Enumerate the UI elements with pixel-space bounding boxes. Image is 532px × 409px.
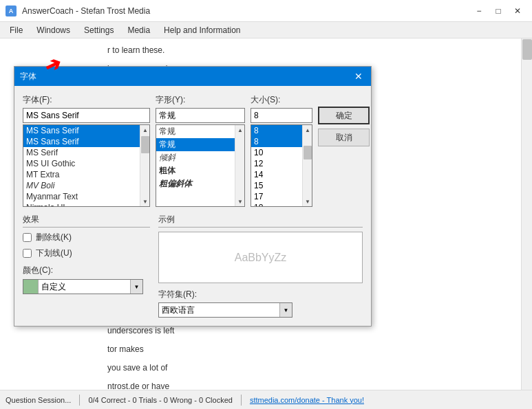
font-style-list[interactable]: 常规 常规 倾斜 粗体 粗偏斜体 ▲ ▼ xyxy=(156,124,245,207)
ok-button[interactable]: 确定 xyxy=(318,107,370,124)
underline-label: 下划线(U) xyxy=(36,247,72,259)
list-item[interactable]: MV Boli xyxy=(23,180,140,191)
list-item[interactable]: 8 xyxy=(251,125,302,136)
charset-label: 字符集(R): xyxy=(158,289,363,300)
main-area: r to learn these. ion as answered ur lea… xyxy=(0,38,532,390)
underline-checkbox[interactable] xyxy=(23,249,32,258)
scrollbar-thumb[interactable] xyxy=(522,39,532,60)
close-button[interactable]: ✕ xyxy=(509,4,526,18)
charset-value: 西欧语言 xyxy=(159,305,279,316)
font-size-list[interactable]: 8 8 10 12 14 15 17 18 ▲ ▼ xyxy=(251,124,312,207)
window-controls: − □ ✕ xyxy=(470,4,526,18)
charset-dropdown[interactable]: 西欧语言 ▼ xyxy=(158,302,292,318)
charset-dropdown-arrow[interactable]: ▼ xyxy=(279,303,292,317)
list-item[interactable]: 14 xyxy=(251,169,302,180)
help-para-17: tor makes xyxy=(107,343,507,356)
scrollbar[interactable] xyxy=(521,38,532,390)
status-donate[interactable]: sttmedia.com/donate - Thank you! xyxy=(250,396,364,404)
preview-box: AaBbYyZz xyxy=(158,232,363,283)
list-item[interactable]: MS Serif xyxy=(23,147,140,158)
help-para-19: ntrost.de or have xyxy=(107,380,507,390)
color-dropdown-arrow[interactable]: ▼ xyxy=(130,280,142,294)
list-item[interactable]: 常规 xyxy=(156,125,235,138)
list-item[interactable]: Nirmala UI xyxy=(23,202,140,206)
menu-file[interactable]: File xyxy=(3,23,30,38)
minimize-button[interactable]: − xyxy=(470,4,488,18)
font-name-label: 字体(F): xyxy=(23,94,150,106)
list-item[interactable]: 12 xyxy=(251,158,302,169)
dialog-title: 字体 xyxy=(20,71,36,82)
maximize-button[interactable]: □ xyxy=(489,4,507,18)
dialog-actions: 确定 取消 xyxy=(318,94,370,207)
font-dialog: 字体 ✕ 字体(F): MS Sans Serif MS Sans Serif … xyxy=(14,66,372,327)
color-label: 颜色(C): xyxy=(23,265,150,276)
cancel-button[interactable]: 取消 xyxy=(318,129,370,146)
help-para-18: you save a lot of xyxy=(107,362,507,375)
app-icon: A xyxy=(6,5,17,16)
status-score: 0/4 Correct - 0 Trials - 0 Wrong - 0 Clo… xyxy=(88,396,232,404)
font-style-column: 字形(Y): 常规 常规 常规 倾斜 粗体 粗偏斜体 ▲ ▼ xyxy=(156,94,245,207)
menu-media[interactable]: Media xyxy=(120,23,157,38)
list-item[interactable]: 粗体 xyxy=(156,164,235,177)
font-size-label: 大小(S): xyxy=(251,94,312,106)
list-item[interactable]: MS Sans Serif xyxy=(23,136,140,147)
menu-windows[interactable]: Windows xyxy=(30,23,77,38)
color-swatch xyxy=(23,280,39,294)
menu-settings[interactable]: Settings xyxy=(77,23,120,38)
menu-help[interactable]: Help and Information xyxy=(157,23,247,38)
list-item[interactable]: 粗偏斜体 xyxy=(156,177,235,190)
list-item[interactable]: MS Sans Serif xyxy=(23,125,140,136)
strikeout-label: 删除线(K) xyxy=(36,232,72,243)
list-item[interactable]: 10 xyxy=(251,147,302,158)
list-item[interactable]: Myanmar Text xyxy=(23,191,140,202)
font-size-column: 大小(S): 8 8 8 10 12 14 15 17 18 xyxy=(251,94,312,207)
color-value: 自定义 xyxy=(39,281,130,293)
charset-section: 字符集(R): 西欧语言 ▼ xyxy=(158,289,363,318)
color-dropdown[interactable]: 自定义 ▼ xyxy=(23,279,143,294)
strikeout-checkbox[interactable] xyxy=(23,233,32,242)
font-name-column: 字体(F): MS Sans Serif MS Sans Serif MS Sa… xyxy=(23,94,150,207)
status-session: Question Session... xyxy=(6,396,71,404)
font-style-input[interactable]: 常规 xyxy=(156,108,245,123)
list-item[interactable]: 倾斜 xyxy=(156,151,235,164)
status-bar: Question Session... 0/4 Correct - 0 Tria… xyxy=(0,390,532,409)
list-item[interactable]: 17 xyxy=(251,191,302,202)
dialog-titlebar: 字体 ✕ xyxy=(14,67,371,86)
font-style-label: 字形(Y): xyxy=(156,94,245,106)
status-divider-2 xyxy=(241,395,242,406)
preview-column: 示例 AaBbYyZz 字符集(R): 西欧语言 ▼ xyxy=(158,214,363,318)
title-bar: A AnswerCoach - Stefan Trost Media − □ ✕ xyxy=(0,0,532,22)
font-size-input[interactable]: 8 xyxy=(251,108,312,123)
font-name-input[interactable]: MS Sans Serif xyxy=(23,108,150,123)
list-item[interactable]: 15 xyxy=(251,180,302,191)
list-item[interactable]: 18 xyxy=(251,202,302,206)
dialog-close-button[interactable]: ✕ xyxy=(352,70,365,82)
list-item[interactable]: MS UI Gothic xyxy=(23,158,140,169)
effects-column: 效果 删除线(K) 下划线(U) 颜色(C): 自定义 xyxy=(23,214,150,318)
list-item[interactable]: MT Extra xyxy=(23,169,140,180)
help-para-1: r to learn these. xyxy=(107,44,507,57)
menu-bar: File Windows Settings Media Help and Inf… xyxy=(0,22,532,38)
window-title: AnswerCoach - Stefan Trost Media xyxy=(22,6,150,16)
list-item[interactable]: 常规 xyxy=(156,138,235,151)
status-divider-1 xyxy=(79,395,80,406)
effects-label: 效果 xyxy=(23,214,150,228)
list-item[interactable]: 8 xyxy=(251,136,302,147)
font-name-list[interactable]: MS Sans Serif MS Sans Serif MS Serif MS … xyxy=(23,124,150,207)
preview-text: AaBbYyZz xyxy=(235,252,287,264)
preview-label: 示例 xyxy=(158,214,363,228)
